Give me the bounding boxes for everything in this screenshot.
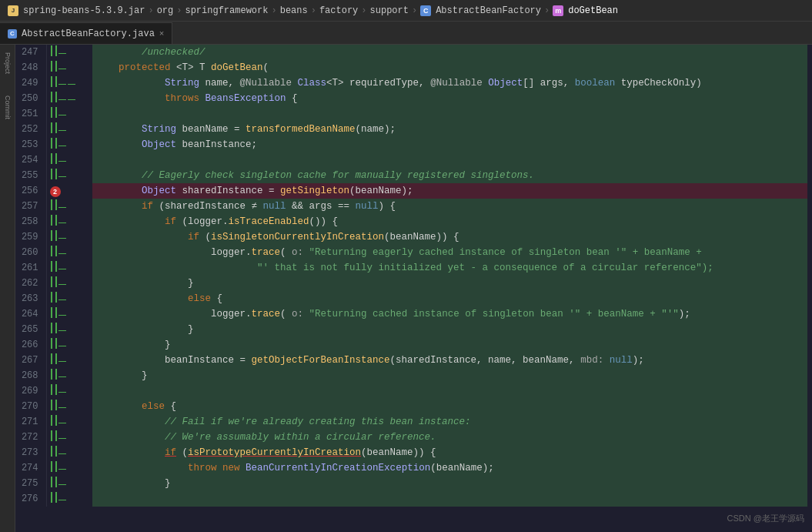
code-line: // We're assumably within a circular ref… bbox=[92, 430, 807, 445]
gutter bbox=[46, 353, 92, 368]
tab-label: AbstractBeanFactory.java bbox=[22, 28, 155, 39]
breadcrumb-beans: beans bbox=[280, 5, 308, 16]
table-row: 274 throw new BeanCurrentlyInCreationExc… bbox=[15, 460, 807, 476]
code-line: /unchecked/ bbox=[92, 45, 807, 60]
line-number: 251 bbox=[15, 106, 46, 122]
breakpoint-indicator[interactable]: 2 bbox=[50, 186, 61, 197]
gutter bbox=[46, 60, 92, 75]
line-number: 275 bbox=[15, 476, 46, 491]
gutter bbox=[46, 91, 92, 106]
class-icon: C bbox=[420, 5, 431, 16]
table-row: 265 } bbox=[15, 322, 807, 337]
breadcrumb-factory: factory bbox=[319, 5, 358, 16]
code-area[interactable]: 247 /unchecked/248 protected <T> T doGet… bbox=[15, 45, 807, 532]
line-number: 258 bbox=[15, 214, 46, 229]
gutter bbox=[46, 460, 92, 476]
gutter bbox=[46, 229, 92, 245]
code-line: // Fail if we're already creating this b… bbox=[92, 414, 807, 430]
line-number: 253 bbox=[15, 137, 46, 152]
table-row: 270 else { bbox=[15, 399, 807, 414]
main-layout: Project Commit 247 /unchecked/248 protec… bbox=[0, 45, 812, 532]
gutter bbox=[46, 276, 92, 291]
line-number: 256 bbox=[15, 183, 46, 199]
gutter bbox=[46, 168, 92, 183]
method-icon: m bbox=[553, 5, 563, 16]
code-line: "' that is not fully initialized yet - a… bbox=[92, 260, 807, 276]
line-number: 257 bbox=[15, 199, 46, 214]
code-line: String name, @Nullable Class<T> required… bbox=[92, 75, 807, 91]
code-line: else { bbox=[92, 399, 807, 414]
table-row: 249 String name, @Nullable Class<T> requ… bbox=[15, 75, 807, 91]
gutter bbox=[46, 337, 92, 353]
table-row: 254 bbox=[15, 152, 807, 168]
code-line: String beanName = transformedBeanName(na… bbox=[92, 122, 807, 137]
gutter bbox=[46, 214, 92, 229]
table-row: 251 bbox=[15, 106, 807, 122]
table-row: 255 // Eagerly check singleton cache for… bbox=[15, 168, 807, 183]
code-line: else { bbox=[92, 291, 807, 306]
code-line: throw new BeanCurrentlyInCreationExcepti… bbox=[92, 460, 807, 476]
breadcrumb-jar: spring-beans-5.3.9.jar bbox=[23, 5, 145, 16]
line-number: 276 bbox=[15, 491, 46, 507]
table-row: 253 Object beanInstance; bbox=[15, 137, 807, 152]
line-number: 271 bbox=[15, 414, 46, 430]
code-line bbox=[92, 106, 807, 122]
table-row: 269 bbox=[15, 383, 807, 399]
code-line: } bbox=[92, 276, 807, 291]
table-row: 267 beanInstance = getObjectForBeanInsta… bbox=[15, 353, 807, 368]
line-number: 268 bbox=[15, 368, 46, 383]
breadcrumb-support: support bbox=[370, 5, 409, 16]
line-number: 265 bbox=[15, 322, 46, 337]
gutter bbox=[46, 152, 92, 168]
gutter bbox=[46, 199, 92, 214]
line-number: 259 bbox=[15, 229, 46, 245]
gutter bbox=[46, 260, 92, 276]
code-line: if (isPrototypeCurrentlyInCreation(beanN… bbox=[92, 445, 807, 460]
line-number: 254 bbox=[15, 152, 46, 168]
gutter bbox=[46, 75, 92, 91]
line-number: 264 bbox=[15, 306, 46, 322]
scroll-track[interactable] bbox=[807, 45, 812, 532]
table-row: 273 if (isPrototypeCurrentlyInCreation(b… bbox=[15, 445, 807, 460]
tab-bar: C AbstractBeanFactory.java × bbox=[0, 22, 812, 45]
table-row: 275 } bbox=[15, 476, 807, 491]
breadcrumb-class: AbstractBeanFactory bbox=[436, 5, 541, 16]
table-row: 272 // We're assumably within a circular… bbox=[15, 430, 807, 445]
tab-close-button[interactable]: × bbox=[159, 29, 165, 38]
line-number: 252 bbox=[15, 122, 46, 137]
table-row: 271 // Fail if we're already creating th… bbox=[15, 414, 807, 430]
code-line bbox=[92, 383, 807, 399]
file-tab[interactable]: C AbstractBeanFactory.java × bbox=[0, 22, 172, 44]
code-line: if (isSingletonCurrentlyInCreation(beanN… bbox=[92, 229, 807, 245]
table-row: 276 bbox=[15, 491, 807, 507]
line-number: 267 bbox=[15, 353, 46, 368]
line-number: 269 bbox=[15, 383, 46, 399]
gutter bbox=[46, 476, 92, 491]
gutter bbox=[46, 399, 92, 414]
gutter bbox=[46, 45, 92, 60]
code-scroll[interactable]: 247 /unchecked/248 protected <T> T doGet… bbox=[15, 45, 807, 532]
code-line bbox=[92, 491, 807, 507]
app-container: J spring-beans-5.3.9.jar › org › springf… bbox=[0, 0, 812, 532]
watermark: CSDN @老王学源码 bbox=[727, 513, 804, 524]
code-line: logger.trace( o: "Returning cached insta… bbox=[92, 306, 807, 322]
table-row: 257 if (sharedInstance ≠ null && args ==… bbox=[15, 199, 807, 214]
line-number: 273 bbox=[15, 445, 46, 460]
line-number: 247 bbox=[15, 45, 46, 60]
table-row: 258 if (logger.isTraceEnabled()) { bbox=[15, 214, 807, 229]
gutter bbox=[46, 383, 92, 399]
table-row: 262 } bbox=[15, 276, 807, 291]
line-number: 274 bbox=[15, 460, 46, 476]
table-row: 266 } bbox=[15, 337, 807, 353]
line-number: 272 bbox=[15, 430, 46, 445]
gutter bbox=[46, 245, 92, 260]
code-line: protected <T> T doGetBean( bbox=[92, 60, 807, 75]
line-number: 266 bbox=[15, 337, 46, 353]
gutter bbox=[46, 430, 92, 445]
gutter bbox=[46, 291, 92, 306]
breadcrumb-bar: J spring-beans-5.3.9.jar › org › springf… bbox=[0, 0, 812, 22]
gutter bbox=[46, 106, 92, 122]
code-line: } bbox=[92, 368, 807, 383]
code-line: if (logger.isTraceEnabled()) { bbox=[92, 214, 807, 229]
code-line: Object sharedInstance = getSingleton(bea… bbox=[92, 183, 807, 199]
